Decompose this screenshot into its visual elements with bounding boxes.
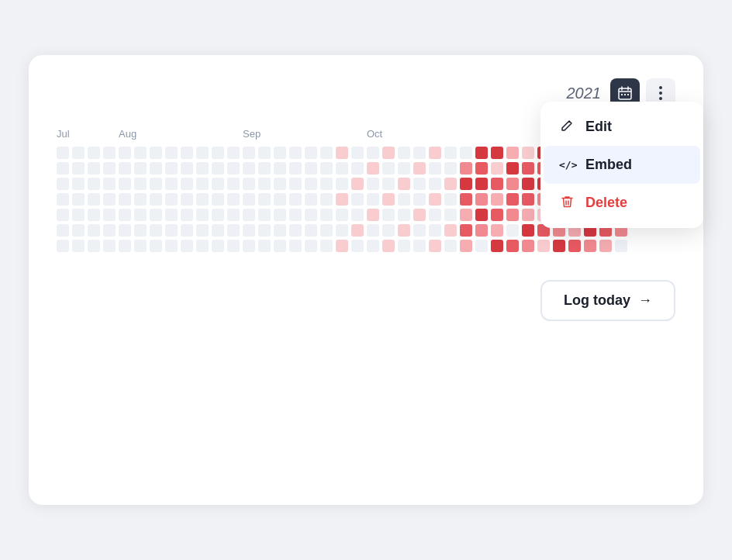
heatmap-cell[interactable] (150, 209, 162, 221)
heatmap-cell[interactable] (475, 147, 488, 159)
heatmap-cell[interactable] (522, 147, 534, 159)
heatmap-cell[interactable] (119, 193, 131, 206)
heatmap-cell[interactable] (367, 178, 379, 190)
heatmap-cell[interactable] (57, 193, 69, 206)
heatmap-cell[interactable] (72, 209, 85, 221)
heatmap-cell[interactable] (398, 162, 410, 175)
heatmap-cell[interactable] (320, 162, 333, 175)
heatmap-cell[interactable] (57, 224, 69, 237)
heatmap-cell[interactable] (398, 178, 410, 190)
heatmap-cell[interactable] (181, 147, 193, 159)
heatmap-cell[interactable] (584, 240, 596, 252)
heatmap-cell[interactable] (491, 224, 503, 237)
heatmap-cell[interactable] (289, 209, 302, 221)
heatmap-cell[interactable] (413, 178, 426, 190)
heatmap-cell[interactable] (72, 178, 85, 190)
heatmap-cell[interactable] (165, 147, 178, 159)
heatmap-cell[interactable] (506, 240, 519, 252)
heatmap-cell[interactable] (491, 147, 503, 159)
heatmap-cell[interactable] (305, 147, 317, 159)
heatmap-cell[interactable] (103, 178, 116, 190)
heatmap-cell[interactable] (181, 209, 193, 221)
heatmap-cell[interactable] (320, 178, 333, 190)
heatmap-cell[interactable] (522, 209, 534, 221)
heatmap-cell[interactable] (103, 162, 116, 175)
heatmap-cell[interactable] (119, 162, 131, 175)
heatmap-cell[interactable] (134, 240, 147, 252)
heatmap-cell[interactable] (382, 209, 395, 221)
heatmap-cell[interactable] (305, 209, 317, 221)
heatmap-cell[interactable] (351, 178, 364, 190)
heatmap-cell[interactable] (274, 240, 286, 252)
heatmap-cell[interactable] (274, 209, 286, 221)
heatmap-cell[interactable] (351, 209, 364, 221)
heatmap-cell[interactable] (119, 178, 131, 190)
heatmap-cell[interactable] (72, 147, 85, 159)
menu-item-embed[interactable]: </> Embed (544, 146, 700, 184)
heatmap-cell[interactable] (134, 147, 147, 159)
heatmap-cell[interactable] (57, 147, 69, 159)
heatmap-cell[interactable] (212, 240, 224, 252)
heatmap-cell[interactable] (367, 193, 379, 206)
heatmap-cell[interactable] (429, 147, 441, 159)
heatmap-cell[interactable] (491, 193, 503, 206)
heatmap-cell[interactable] (491, 178, 503, 190)
heatmap-cell[interactable] (165, 178, 178, 190)
heatmap-cell[interactable] (506, 209, 519, 221)
heatmap-cell[interactable] (506, 147, 519, 159)
heatmap-cell[interactable] (305, 193, 317, 206)
heatmap-cell[interactable] (413, 209, 426, 221)
heatmap-cell[interactable] (134, 209, 147, 221)
heatmap-cell[interactable] (413, 147, 426, 159)
heatmap-cell[interactable] (398, 224, 410, 237)
heatmap-cell[interactable] (165, 209, 178, 221)
heatmap-cell[interactable] (134, 178, 147, 190)
heatmap-cell[interactable] (196, 209, 209, 221)
heatmap-cell[interactable] (196, 147, 209, 159)
heatmap-cell[interactable] (413, 224, 426, 237)
heatmap-cell[interactable] (367, 224, 379, 237)
heatmap-cell[interactable] (351, 147, 364, 159)
heatmap-cell[interactable] (258, 224, 271, 237)
heatmap-cell[interactable] (258, 193, 271, 206)
heatmap-cell[interactable] (212, 224, 224, 237)
heatmap-cell[interactable] (181, 224, 193, 237)
heatmap-cell[interactable] (119, 224, 131, 237)
heatmap-cell[interactable] (258, 209, 271, 221)
heatmap-cell[interactable] (475, 193, 488, 206)
heatmap-cell[interactable] (491, 209, 503, 221)
heatmap-cell[interactable] (351, 224, 364, 237)
heatmap-cell[interactable] (460, 209, 472, 221)
heatmap-cell[interactable] (119, 147, 131, 159)
heatmap-cell[interactable] (243, 193, 255, 206)
heatmap-cell[interactable] (367, 162, 379, 175)
heatmap-cell[interactable] (320, 209, 333, 221)
heatmap-cell[interactable] (88, 162, 100, 175)
heatmap-cell[interactable] (429, 224, 441, 237)
heatmap-cell[interactable] (382, 147, 395, 159)
heatmap-cell[interactable] (367, 240, 379, 252)
heatmap-cell[interactable] (88, 240, 100, 252)
heatmap-cell[interactable] (537, 240, 550, 252)
heatmap-cell[interactable] (181, 162, 193, 175)
heatmap-cell[interactable] (444, 240, 457, 252)
heatmap-cell[interactable] (181, 240, 193, 252)
heatmap-cell[interactable] (382, 224, 395, 237)
heatmap-cell[interactable] (522, 224, 534, 237)
heatmap-cell[interactable] (88, 147, 100, 159)
heatmap-cell[interactable] (243, 209, 255, 221)
heatmap-cell[interactable] (413, 162, 426, 175)
heatmap-cell[interactable] (460, 240, 472, 252)
heatmap-cell[interactable] (382, 162, 395, 175)
heatmap-cell[interactable] (212, 193, 224, 206)
heatmap-cell[interactable] (351, 240, 364, 252)
heatmap-cell[interactable] (460, 193, 472, 206)
heatmap-cell[interactable] (134, 224, 147, 237)
heatmap-cell[interactable] (103, 209, 116, 221)
heatmap-cell[interactable] (227, 224, 240, 237)
heatmap-cell[interactable] (320, 147, 333, 159)
heatmap-cell[interactable] (336, 178, 348, 190)
heatmap-cell[interactable] (243, 147, 255, 159)
heatmap-cell[interactable] (382, 193, 395, 206)
heatmap-cell[interactable] (413, 193, 426, 206)
